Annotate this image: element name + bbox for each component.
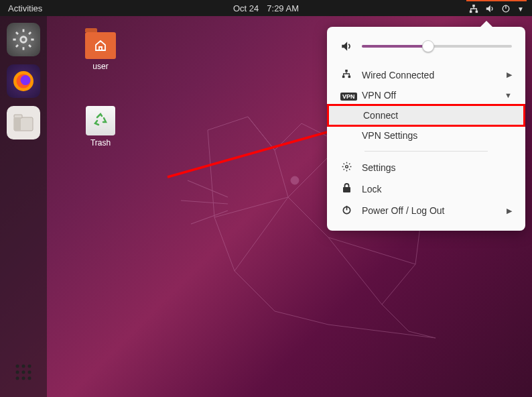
- menu-separator: [364, 151, 488, 152]
- svg-point-8: [21, 75, 31, 85]
- power-icon: [501, 4, 511, 13]
- gear-icon: [342, 162, 352, 172]
- svg-rect-24: [342, 76, 345, 78]
- top-bar: Activities Oct 24 7:29 AM ▼: [0, 0, 532, 16]
- desktop-trash[interactable]: Trash: [77, 106, 124, 148]
- svg-point-12: [16, 365, 19, 368]
- svg-point-14: [28, 365, 31, 368]
- svg-point-15: [16, 371, 19, 374]
- system-status-area[interactable]: ▼: [466, 0, 527, 16]
- menu-label: Wired Connected: [362, 70, 497, 80]
- topbar-time[interactable]: 7:29 AM: [267, 3, 299, 13]
- svg-rect-1: [470, 11, 472, 13]
- apps-grid-icon: [15, 363, 32, 381]
- volume-slider[interactable]: [362, 45, 512, 48]
- dock-firefox[interactable]: [7, 64, 40, 98]
- topbar-date[interactable]: Oct 24: [233, 3, 259, 13]
- network-wired-icon: [342, 69, 351, 78]
- menu-lock[interactable]: Lock: [327, 178, 525, 200]
- lock-icon: [342, 183, 351, 193]
- chevron-down-icon: ▼: [517, 5, 524, 13]
- dock-settings[interactable]: [7, 23, 40, 56]
- home-icon: [94, 40, 107, 52]
- chevron-down-icon: ▼: [505, 91, 512, 99]
- svg-point-21: [291, 176, 299, 184]
- network-icon: [469, 4, 478, 13]
- vpn-icon: VPN: [340, 93, 357, 101]
- svg-rect-25: [348, 76, 351, 78]
- menu-label: VPN Settings: [362, 130, 417, 141]
- desktop-icon-label: Trash: [90, 138, 111, 148]
- chevron-right-icon: ▶: [507, 207, 512, 215]
- svg-point-26: [345, 166, 348, 168]
- menu-label: Power Off / Log Out: [362, 205, 497, 216]
- activities-button[interactable]: Activities: [5, 3, 42, 13]
- svg-rect-11: [14, 117, 21, 131]
- recycle-icon: [92, 113, 109, 129]
- menu-wired[interactable]: Wired Connected ▶: [327, 64, 525, 85]
- menu-label: Connect: [363, 110, 398, 121]
- volume-control[interactable]: [327, 36, 525, 64]
- menu-vpn-settings[interactable]: VPN Settings: [327, 125, 525, 146]
- svg-point-16: [22, 371, 25, 374]
- svg-rect-27: [343, 187, 350, 192]
- chevron-right-icon: ▶: [507, 70, 512, 79]
- svg-point-13: [22, 365, 25, 368]
- menu-vpn-connect[interactable]: Connect: [328, 105, 524, 125]
- volume-icon: [485, 4, 494, 13]
- firefox-icon: [11, 69, 36, 93]
- menu-label: Lock: [362, 184, 512, 194]
- svg-point-19: [22, 377, 25, 380]
- menu-vpn[interactable]: VPN VPN Off ▼: [327, 85, 525, 105]
- menu-label: VPN Off: [362, 90, 495, 101]
- files-icon: [13, 114, 34, 131]
- speaker-icon: [340, 40, 352, 52]
- system-menu: Wired Connected ▶ VPN VPN Off ▼ Connect …: [327, 27, 525, 231]
- svg-rect-23: [345, 70, 348, 72]
- dock-files[interactable]: [7, 106, 40, 139]
- svg-point-20: [28, 377, 31, 380]
- desktop-icon-label: user: [92, 62, 108, 71]
- dock: [0, 16, 47, 397]
- svg-rect-0: [472, 5, 475, 7]
- volume-slider-thumb[interactable]: [422, 40, 434, 52]
- menu-settings[interactable]: Settings: [327, 157, 525, 178]
- menu-label: Settings: [362, 162, 512, 173]
- svg-rect-2: [476, 11, 478, 13]
- power-icon: [342, 205, 352, 215]
- show-applications[interactable]: [7, 355, 40, 389]
- svg-point-18: [16, 377, 19, 380]
- gear-icon: [12, 28, 35, 51]
- svg-point-17: [28, 371, 31, 374]
- menu-power[interactable]: Power Off / Log Out ▶: [327, 200, 525, 221]
- desktop-home-folder[interactable]: user: [77, 32, 124, 71]
- svg-point-5: [21, 37, 27, 43]
